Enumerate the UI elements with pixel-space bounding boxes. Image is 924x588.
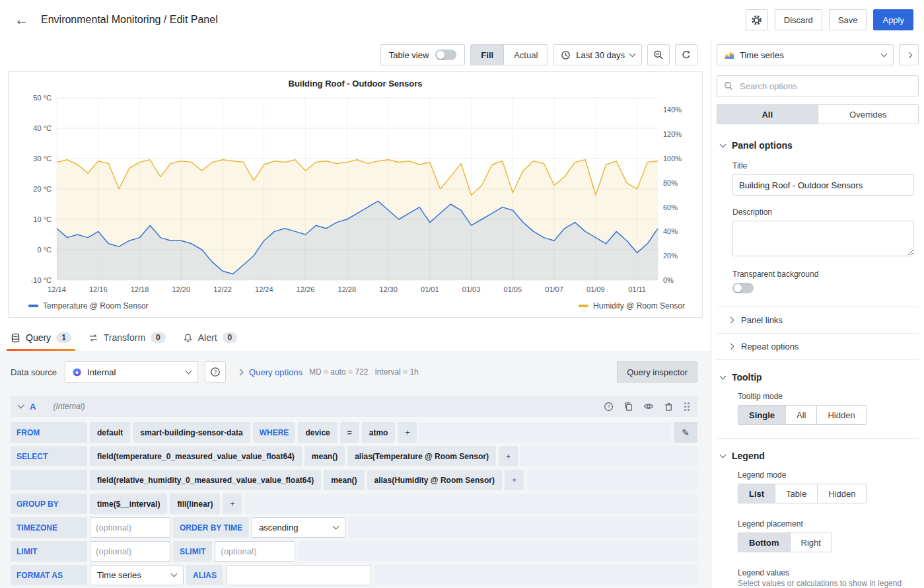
query-options-link[interactable]: Query options xyxy=(249,367,302,377)
repeat-options-section[interactable]: Repeat options xyxy=(717,333,919,359)
tab-overrides[interactable]: Overrides xyxy=(818,105,919,124)
order-by-keyword: ORDER BY TIME xyxy=(173,517,249,538)
group-by-fill-segment[interactable]: fill(linear) xyxy=(170,494,220,514)
legend-section-header[interactable]: Legend xyxy=(717,439,919,468)
from-keyword[interactable]: FROM xyxy=(11,422,87,443)
transparent-bg-toggle[interactable] xyxy=(732,283,754,293)
description-field-label: Description xyxy=(732,207,913,217)
collapse-query-icon[interactable] xyxy=(18,402,24,408)
query-row-header: A (Internal) ? xyxy=(11,396,697,417)
svg-text:01/07: 01/07 xyxy=(545,285,563,293)
tab-query[interactable]: Query 1 xyxy=(11,324,71,351)
apply-button[interactable]: Apply xyxy=(873,9,913,30)
alias-input[interactable] xyxy=(226,565,371,585)
zoom-out-button[interactable] xyxy=(647,44,670,65)
select-alias-segment[interactable]: alias(Humidity @ Room Sensor) xyxy=(367,470,502,490)
legend-list-option[interactable]: List xyxy=(738,484,775,503)
tab-alert[interactable]: Alert 0 xyxy=(183,324,237,351)
datasource-help-button[interactable]: ? xyxy=(205,361,226,383)
where-add-segment[interactable]: + xyxy=(398,422,417,443)
tooltip-section-header[interactable]: Tooltip xyxy=(717,360,919,389)
select-field-segment[interactable]: field(relative_humidity_0_measured_value… xyxy=(90,470,321,490)
select-row-2: field(relative_humidity_0_measured_value… xyxy=(11,470,697,490)
timezone-keyword: TIMEZONE xyxy=(11,517,87,538)
tooltip-header-label: Tooltip xyxy=(732,372,762,383)
format-as-select[interactable]: Time series xyxy=(90,565,184,585)
max-data-points-text: MD = auto = 722 xyxy=(309,367,368,377)
refresh-button[interactable] xyxy=(675,44,697,65)
discard-button[interactable]: Discard xyxy=(775,9,822,30)
where-keyword[interactable]: WHERE xyxy=(253,422,296,443)
where-value-segment[interactable]: atmo xyxy=(362,422,396,443)
time-range-picker[interactable]: Last 30 days xyxy=(553,44,642,65)
where-operator-segment[interactable]: = xyxy=(340,422,359,443)
options-search-input[interactable] xyxy=(738,81,911,92)
order-by-select[interactable]: ascending xyxy=(252,517,345,538)
query-help-button[interactable]: ? xyxy=(604,402,614,412)
select-keyword[interactable]: SELECT xyxy=(11,446,87,466)
back-arrow-icon[interactable]: ← xyxy=(15,11,29,28)
tab-alert-label: Alert xyxy=(198,332,217,343)
chevron-right-icon[interactable] xyxy=(237,369,244,375)
query-inspector-button[interactable]: Query inspector xyxy=(617,361,697,383)
query-ref-id[interactable]: A xyxy=(30,402,36,412)
drag-handle[interactable] xyxy=(684,406,690,408)
legend-item-temperature[interactable]: Temperature @ Room Sensor xyxy=(28,301,149,311)
select-add-segment[interactable]: + xyxy=(499,446,518,466)
visualization-select[interactable]: Time series xyxy=(717,44,894,65)
tooltip-single-option[interactable]: Single xyxy=(738,406,785,424)
svg-text:01/01: 01/01 xyxy=(421,285,439,293)
fill-option[interactable]: Fill xyxy=(471,45,503,65)
panel-title-input[interactable] xyxy=(732,174,914,196)
timezone-input[interactable] xyxy=(90,517,170,538)
svg-text:12/28: 12/28 xyxy=(338,285,357,293)
limit-keyword: LIMIT xyxy=(11,541,87,562)
legend-placement-segment: Bottom Right xyxy=(738,533,832,552)
time-series-viz-icon xyxy=(724,50,734,60)
svg-text:12/22: 12/22 xyxy=(213,285,232,293)
legend-bottom-option[interactable]: Bottom xyxy=(738,533,790,552)
select-agg-segment[interactable]: mean() xyxy=(324,470,364,490)
legend-right-option[interactable]: Right xyxy=(790,533,832,552)
tooltip-all-option[interactable]: All xyxy=(785,406,816,424)
tooltip-hidden-option[interactable]: Hidden xyxy=(816,406,865,424)
legend-item-humidity[interactable]: Humidity @ Room Sensor xyxy=(579,301,685,311)
table-view-toggle[interactable] xyxy=(435,50,456,60)
from-measurement-segment[interactable]: smart-building-sensor-data xyxy=(133,422,250,443)
chevron-down-icon xyxy=(333,523,339,530)
tab-transform[interactable]: Transform 0 xyxy=(89,324,166,351)
limit-input[interactable] xyxy=(90,541,170,562)
actual-option[interactable]: Actual xyxy=(503,45,548,65)
panel-options-section-header[interactable]: Panel options xyxy=(711,124,924,159)
collapse-options-button[interactable] xyxy=(899,44,919,65)
duplicate-query-button[interactable] xyxy=(623,402,633,412)
svg-text:01/05: 01/05 xyxy=(504,285,522,293)
where-field-segment[interactable]: device xyxy=(298,422,337,443)
select-add-segment[interactable]: + xyxy=(505,470,524,490)
datasource-select[interactable]: Internal xyxy=(65,361,198,383)
legend-values-label: Legend values xyxy=(738,568,908,577)
query-editor: Data source Internal ? Query options MD … xyxy=(0,351,711,588)
hide-response-button[interactable] xyxy=(643,401,654,412)
select-alias-segment[interactable]: alias(Temperature @ Room Sensor) xyxy=(347,446,496,466)
tab-all-options[interactable]: All xyxy=(717,105,818,124)
panel-description-textarea[interactable] xyxy=(732,221,914,256)
panel-settings-button[interactable] xyxy=(746,9,768,30)
save-button[interactable]: Save xyxy=(829,9,867,30)
group-by-time-segment[interactable]: time($__interval) xyxy=(90,494,167,514)
group-by-add-segment[interactable]: + xyxy=(223,494,242,514)
time-series-chart[interactable]: 12/1412/1612/1812/2012/2212/2412/2612/28… xyxy=(20,90,691,300)
legend-table-option[interactable]: Table xyxy=(775,484,817,503)
from-policy-segment[interactable]: default xyxy=(90,422,130,443)
edit-query-button[interactable]: ✎ xyxy=(674,422,697,443)
row-filler xyxy=(348,517,697,538)
panel-links-section[interactable]: Panel links xyxy=(717,307,919,333)
clock-icon xyxy=(561,50,571,60)
select-agg-segment[interactable]: mean() xyxy=(304,446,345,466)
remove-query-button[interactable] xyxy=(664,402,674,412)
slimit-input[interactable] xyxy=(215,541,295,562)
svg-text:100%: 100% xyxy=(663,155,682,163)
group-by-keyword[interactable]: GROUP BY xyxy=(11,494,87,514)
legend-hidden-option[interactable]: Hidden xyxy=(817,484,866,503)
select-field-segment[interactable]: field(temperature_0_measured_value_value… xyxy=(90,446,302,466)
